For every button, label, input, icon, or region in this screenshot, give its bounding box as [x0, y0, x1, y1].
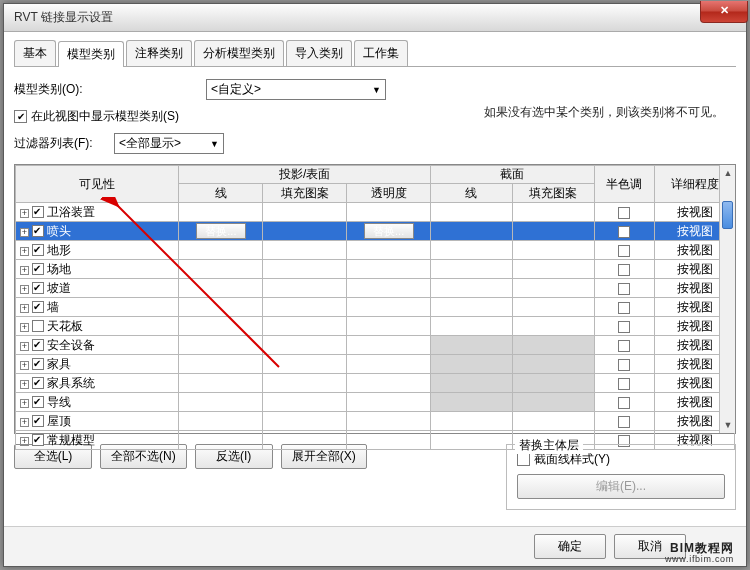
row-checkbox[interactable] — [32, 396, 44, 408]
halftone-checkbox[interactable] — [618, 321, 630, 333]
table-row[interactable]: + 家具按视图 — [16, 355, 735, 374]
replace-line-button[interactable]: 替换... — [196, 223, 246, 239]
expand-icon[interactable]: + — [20, 228, 29, 237]
halftone-checkbox[interactable] — [618, 340, 630, 352]
content-area: 基本模型类别注释类别分析模型类别导入类别工作集 模型类别(O): <自定义> ▼… — [4, 32, 746, 526]
tab-4[interactable]: 导入类别 — [286, 40, 352, 66]
replace-trans-button[interactable]: 替换... — [364, 223, 414, 239]
row-label: 场地 — [47, 262, 71, 276]
table-row[interactable]: + 卫浴装置按视图 — [16, 203, 735, 222]
tab-5[interactable]: 工作集 — [354, 40, 408, 66]
model-category-dropdown[interactable]: <自定义> ▼ — [206, 79, 386, 100]
expand-icon[interactable]: + — [20, 361, 29, 370]
row-label: 家具 — [47, 357, 71, 371]
category-grid: 可见性 投影/表面 截面 半色调 详细程度 线 填充图案 透明度 线 填充图案 … — [14, 164, 736, 434]
halftone-checkbox[interactable] — [618, 302, 630, 314]
row-label: 喷头 — [47, 224, 71, 238]
titlebar: RVT 链接显示设置 ✕ — [4, 4, 746, 32]
row-checkbox[interactable] — [32, 225, 44, 237]
row-label: 坡道 — [47, 281, 71, 295]
scroll-down-icon[interactable]: ▼ — [720, 417, 736, 433]
tab-3[interactable]: 分析模型类别 — [194, 40, 284, 66]
expand-icon[interactable]: + — [20, 437, 29, 446]
tab-bar: 基本模型类别注释类别分析模型类别导入类别工作集 — [14, 40, 736, 67]
scroll-thumb[interactable] — [722, 201, 733, 229]
expand-icon[interactable]: + — [20, 399, 29, 408]
row-label: 导线 — [47, 395, 71, 409]
halftone-checkbox[interactable] — [618, 359, 630, 371]
bottom-buttons-row: 全选(L) 全部不选(N) 反选(I) 展开全部(X) 替换主体层 截面线样式(… — [14, 444, 736, 510]
halftone-checkbox[interactable] — [618, 283, 630, 295]
table-row[interactable]: + 坡道按视图 — [16, 279, 735, 298]
show-in-view-label: 在此视图中显示模型类别(S) — [31, 108, 179, 125]
ok-button[interactable]: 确定 — [534, 534, 606, 559]
table-row[interactable]: + 墙按视图 — [16, 298, 735, 317]
edit-button[interactable]: 编辑(E)... — [517, 474, 725, 499]
row-checkbox[interactable] — [32, 282, 44, 294]
close-button[interactable]: ✕ — [700, 1, 748, 23]
tab-0[interactable]: 基本 — [14, 40, 56, 66]
table-row[interactable]: + 天花板按视图 — [16, 317, 735, 336]
watermark-text: BIM教程网 — [670, 541, 734, 555]
row-checkbox[interactable] — [32, 434, 44, 446]
row-checkbox[interactable] — [32, 415, 44, 427]
expand-icon[interactable]: + — [20, 418, 29, 427]
col-sect-line: 线 — [431, 184, 513, 203]
expand-icon[interactable]: + — [20, 209, 29, 218]
category-table: 可见性 投影/表面 截面 半色调 详细程度 线 填充图案 透明度 线 填充图案 … — [15, 165, 735, 450]
row-label: 天花板 — [47, 319, 83, 333]
expand-icon[interactable]: + — [20, 342, 29, 351]
expand-icon[interactable]: + — [20, 266, 29, 275]
expand-icon[interactable]: + — [20, 323, 29, 332]
table-row[interactable]: + 导线按视图 — [16, 393, 735, 412]
col-sect-fill: 填充图案 — [512, 184, 594, 203]
expand-icon[interactable]: + — [20, 380, 29, 389]
table-row[interactable]: + 屋顶按视图 — [16, 412, 735, 431]
window-title: RVT 链接显示设置 — [14, 9, 113, 26]
filter-dropdown[interactable]: <全部显示> ▼ — [114, 133, 224, 154]
filter-label: 过滤器列表(F): — [14, 135, 114, 152]
dropdown-value: <自定义> — [211, 81, 261, 98]
row-label: 墙 — [47, 300, 59, 314]
show-in-view-checkbox[interactable]: ✔ — [14, 110, 27, 123]
host-layer-legend: 替换主体层 — [515, 437, 583, 454]
row-label: 家具系统 — [47, 376, 95, 390]
halftone-checkbox[interactable] — [618, 416, 630, 428]
visibility-note: 如果没有选中某个类别，则该类别将不可见。 — [484, 104, 724, 121]
row-checkbox[interactable] — [32, 339, 44, 351]
row-checkbox[interactable] — [32, 244, 44, 256]
table-row[interactable]: + 喷头替换...替换...按视图 — [16, 222, 735, 241]
filter-value: <全部显示> — [119, 135, 181, 152]
scroll-up-icon[interactable]: ▲ — [720, 165, 736, 181]
halftone-checkbox[interactable] — [618, 378, 630, 390]
table-row[interactable]: + 地形按视图 — [16, 241, 735, 260]
tab-2[interactable]: 注释类别 — [126, 40, 192, 66]
cut-style-checkbox[interactable] — [517, 453, 530, 466]
watermark: BIM教程网 www.ifbim.com — [665, 535, 734, 563]
col-visibility: 可见性 — [16, 166, 179, 203]
row-checkbox[interactable] — [32, 301, 44, 313]
vertical-scrollbar[interactable]: ▲ ▼ — [719, 165, 735, 433]
dialog-window: RVT 链接显示设置 ✕ 基本模型类别注释类别分析模型类别导入类别工作集 模型类… — [3, 3, 747, 567]
tab-1[interactable]: 模型类别 — [58, 41, 124, 67]
expand-icon[interactable]: + — [20, 285, 29, 294]
row-checkbox[interactable] — [32, 206, 44, 218]
table-row[interactable]: + 安全设备按视图 — [16, 336, 735, 355]
halftone-checkbox[interactable] — [618, 397, 630, 409]
row-checkbox[interactable] — [32, 320, 44, 332]
row-checkbox[interactable] — [32, 377, 44, 389]
col-section: 截面 — [431, 166, 594, 184]
row-checkbox[interactable] — [32, 358, 44, 370]
halftone-checkbox[interactable] — [618, 207, 630, 219]
expand-icon[interactable]: + — [20, 304, 29, 313]
col-proj-surface: 投影/表面 — [179, 166, 431, 184]
halftone-checkbox[interactable] — [618, 245, 630, 257]
halftone-checkbox[interactable] — [618, 264, 630, 276]
expand-icon[interactable]: + — [20, 247, 29, 256]
table-row[interactable]: + 场地按视图 — [16, 260, 735, 279]
model-category-label: 模型类别(O): — [14, 81, 104, 98]
halftone-checkbox[interactable] — [618, 226, 630, 238]
watermark-url: www.ifbim.com — [665, 555, 734, 563]
table-row[interactable]: + 家具系统按视图 — [16, 374, 735, 393]
row-checkbox[interactable] — [32, 263, 44, 275]
